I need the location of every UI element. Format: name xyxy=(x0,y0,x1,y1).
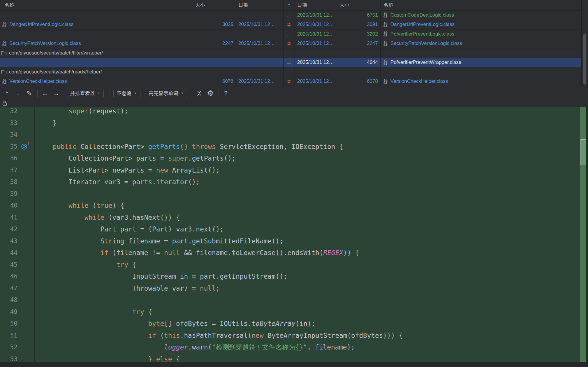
table-row[interactable]: 1001 SecurityPatchVersionLogic.class 224… xyxy=(0,39,581,49)
diff-toolbar: ↑ ↓ ✎ ← → 并排查看器 ▼ 不忽略 ▼ 高亮显示单词 ▼ ⚙ ? xyxy=(0,86,588,100)
header-size-right[interactable]: 大小 xyxy=(336,0,381,10)
help-button[interactable]: ? xyxy=(224,89,228,97)
viewer-mode-label: 并排查看器 xyxy=(70,90,95,97)
line-number: 48 xyxy=(0,296,17,303)
file-size-right: 3202 xyxy=(336,29,381,39)
code-line: 35 ↑ public Collection<Part> getParts() … xyxy=(0,141,588,153)
file-name-left: DangerUrlPreventLogic.class xyxy=(9,22,73,27)
code-text: logger.warn("检测到穿越符！文件名称为{}", filename); xyxy=(34,341,588,353)
collapse-icon xyxy=(196,90,203,96)
file-name-right: SecurityPatchVersionLogic.class xyxy=(390,41,462,46)
line-number: 40 xyxy=(0,202,17,209)
collapse-unchanged-button[interactable] xyxy=(195,89,203,97)
file-size-right: 2247 xyxy=(336,39,381,48)
table-row[interactable]: 1001 ← 2025/10/31 12… 4044 1001 Pdfverif… xyxy=(0,58,581,68)
ignore-policy-label: 不忽略 xyxy=(117,90,132,97)
code-text: try { xyxy=(34,259,588,271)
editor-status-strip xyxy=(0,100,588,107)
gutter: ↑ xyxy=(17,318,34,330)
line-number: 43 xyxy=(0,238,17,245)
header-star[interactable]: * xyxy=(284,0,295,10)
file-date-right: 2025/10/31 12… xyxy=(295,20,336,29)
table-row[interactable]: 1001 VersionCheckHelper.class 6078 2025/… xyxy=(0,77,581,87)
code-line: 45 ↑ try { xyxy=(0,259,588,271)
lock-icon xyxy=(2,100,8,106)
code-line: 37 ↑ List<Part> newParts = new ArrayList… xyxy=(0,164,588,176)
highlight-mode-dropdown[interactable]: 高亮显示单词 ▼ xyxy=(145,89,187,98)
read-only-lock-button[interactable] xyxy=(2,100,8,107)
next-difference-button[interactable]: ↓ xyxy=(14,89,22,97)
code-text: } xyxy=(34,117,588,129)
back-button[interactable]: ← xyxy=(41,89,49,97)
code-line: 41 ↑ while (var3.hasNext()) { xyxy=(0,212,588,224)
file-name-right: VersionCheckHelper.class xyxy=(390,78,448,84)
edit-button[interactable]: ✎ xyxy=(25,89,33,97)
diff-status-cell: ← xyxy=(284,29,295,39)
left-arrow-icon: ← xyxy=(42,89,48,97)
table-row[interactable]: 1001 ← 2025/10/31 12… 3202 1001 Pdfverif… xyxy=(0,29,581,39)
code-text: if (this.hasPathTraversal(new ByteArrayI… xyxy=(34,330,588,342)
chevron-down-icon: ▼ xyxy=(134,92,137,95)
header-size-left[interactable]: 大小 xyxy=(192,0,236,10)
folder-row[interactable]: com/qiyuesuo/security/patch/ready/helper… xyxy=(0,67,581,77)
line-number: 51 xyxy=(0,332,17,339)
table-scrollbar[interactable] xyxy=(581,0,588,86)
viewer-mode-dropdown[interactable]: 并排查看器 ▼ xyxy=(67,89,104,98)
folder-row[interactable]: com/qiyuesuo/security/patch/filter/wrapp… xyxy=(0,48,581,58)
pencil-icon: ✎ xyxy=(27,89,32,97)
code-text: Part part = (Part) var3.next(); xyxy=(34,223,588,235)
code-line: 53 ↑ } else { xyxy=(0,353,588,362)
code-line: 32 ↑ super(request); xyxy=(0,107,588,117)
table-scrollbar-thumb[interactable] xyxy=(583,34,586,85)
code-text: try { xyxy=(34,306,588,318)
binary-file-icon: 1001 xyxy=(2,22,6,27)
forward-button[interactable]: → xyxy=(52,89,60,97)
code-lines: 32 ↑ super(request); 33 ↑ } 34 ↑ xyxy=(0,107,588,362)
settings-button[interactable]: ⚙ xyxy=(206,89,214,97)
table-row[interactable]: 1001 ← 2025/10/31 12… 6751 1001 CustomCo… xyxy=(0,10,581,20)
diff-status-icon: ≠ xyxy=(288,22,291,27)
line-number: 37 xyxy=(0,167,17,174)
code-line: 51 ↑ if (this.hasPathTraversal(new ByteA… xyxy=(0,330,588,342)
code-text xyxy=(34,294,588,306)
header-date-left[interactable]: 日期 xyxy=(236,0,284,10)
code-editor[interactable]: 32 ↑ super(request); 33 ↑ } 34 ↑ xyxy=(0,107,588,362)
header-name-left[interactable]: 名称 xyxy=(0,0,192,10)
line-number: 36 xyxy=(0,155,17,162)
binary-file-icon: 1001 xyxy=(383,13,388,18)
diff-status-icon: ← xyxy=(286,59,292,65)
diff-status-icon: ≠ xyxy=(288,78,291,84)
code-line: 34 ↑ xyxy=(0,129,588,141)
diff-status-cell: ≠ xyxy=(284,39,295,48)
code-text: while (var3.hasNext()) { xyxy=(34,212,588,224)
code-line: 43 ↑ String filename = part.getSubmitted… xyxy=(0,235,588,247)
diff-status-cell: ← xyxy=(284,58,295,67)
code-line: 44 ↑ if (filename != null && filename.to… xyxy=(0,247,588,259)
code-line: 49 ↑ try { xyxy=(0,306,588,318)
file-date-right: 2025/10/31 12… xyxy=(295,39,336,48)
line-number: 44 xyxy=(0,249,17,256)
gutter: ↑ xyxy=(17,129,34,141)
table-row[interactable]: 1001 DangerUrlPreventLogic.class 3035 20… xyxy=(0,20,581,30)
file-size-right: 4044 xyxy=(336,58,381,67)
code-line: 47 ↑ Throwable var7 = null; xyxy=(0,282,588,294)
file-size-left: 6078 xyxy=(192,77,236,86)
line-number: 52 xyxy=(0,344,17,351)
editor-scrollbar-thumb[interactable] xyxy=(580,139,586,165)
gutter: ↑ xyxy=(17,341,34,353)
bottom-separator xyxy=(0,362,588,367)
code-text: while (true) { xyxy=(34,200,588,212)
line-number: 38 xyxy=(0,178,17,185)
file-date-left: 2025/10/31 12… xyxy=(236,20,284,29)
header-name-right[interactable]: 名称 xyxy=(381,0,581,10)
header-date-right[interactable]: 日期 xyxy=(295,0,336,10)
file-date-right: 2025/10/31 12… xyxy=(295,77,336,86)
ignore-policy-dropdown[interactable]: 不忽略 ▼ xyxy=(113,89,140,98)
line-number: 35 xyxy=(0,143,17,150)
file-size-right: 6751 xyxy=(336,10,381,20)
file-name-right: DangerUrlPreventLogic.class xyxy=(390,22,455,27)
prev-difference-button[interactable]: ↑ xyxy=(3,89,11,97)
override-method-icon[interactable]: ↑ xyxy=(21,143,27,150)
file-size-left: 3035 xyxy=(192,20,236,29)
code-line: 42 ↑ Part part = (Part) var3.next(); xyxy=(0,223,588,235)
